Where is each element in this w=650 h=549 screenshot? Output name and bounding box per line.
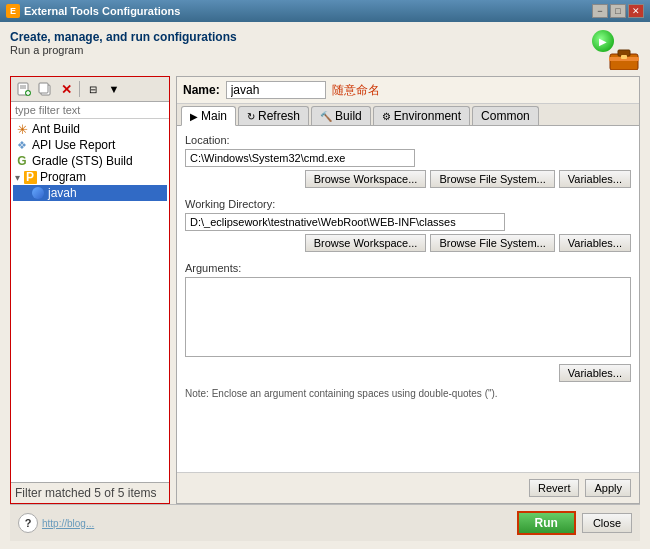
tab-environment[interactable]: ⚙ Environment (373, 106, 470, 125)
build-tab-icon: 🔨 (320, 111, 332, 122)
arguments-group: Arguments: Variables... Note: Enclose an… (185, 262, 631, 399)
location-input[interactable] (185, 149, 415, 167)
bottom-bar: ? http://blog... Run Close (10, 504, 640, 541)
dialog-heading: Create, manage, and run configurations (10, 30, 237, 44)
location-label: Location: (185, 134, 631, 146)
run-button[interactable]: Run (517, 511, 576, 535)
arguments-textarea[interactable] (185, 277, 631, 357)
right-panel: Name: 随意命名 ▶ Main ↻ Refresh 🔨 Build (176, 76, 640, 504)
svg-rect-3 (621, 55, 627, 59)
tree-item-label: javah (48, 186, 77, 200)
workdir-variables-button[interactable]: Variables... (559, 234, 631, 252)
working-dir-buttons: Browse Workspace... Browse File System..… (185, 234, 631, 252)
working-dir-group: Working Directory: Browse Workspace... B… (185, 198, 631, 252)
name-bar: Name: 随意命名 (177, 77, 639, 104)
location-row (185, 149, 631, 167)
workdir-browse-filesystem-button[interactable]: Browse File System... (430, 234, 554, 252)
new-config-button[interactable] (14, 79, 34, 99)
collapse-all-button[interactable]: ⊟ (83, 79, 103, 99)
environment-tab-icon: ⚙ (382, 111, 391, 122)
close-dialog-button[interactable]: Close (582, 513, 632, 533)
tree-item-label: Program (40, 170, 86, 184)
arguments-buttons: Variables... (185, 364, 631, 382)
working-dir-label: Working Directory: (185, 198, 631, 210)
args-variables-button[interactable]: Variables... (559, 364, 631, 382)
filter-button[interactable]: ▼ (104, 79, 124, 99)
tree-item-label: Gradle (STS) Build (32, 154, 133, 168)
tab-main[interactable]: ▶ Main (181, 106, 236, 126)
left-toolbar: ✕ ⊟ ▼ (11, 77, 169, 102)
main-tab-icon: ▶ (190, 111, 198, 122)
location-browse-workspace-button[interactable]: Browse Workspace... (305, 170, 427, 188)
bottom-right: Run Close (517, 511, 632, 535)
name-input[interactable] (226, 81, 326, 99)
tab-common[interactable]: Common (472, 106, 539, 125)
filter-input[interactable] (11, 102, 169, 119)
tree-container: ✳ Ant Build ❖ API Use Report G Gradle (S… (11, 119, 169, 482)
working-dir-row (185, 213, 631, 231)
api-icon: ❖ (15, 138, 29, 152)
tree-item-program[interactable]: ▾ P Program (13, 169, 167, 185)
location-buttons: Browse Workspace... Browse File System..… (185, 170, 631, 188)
delete-config-button[interactable]: ✕ (56, 79, 76, 99)
maximize-button[interactable]: □ (610, 4, 626, 18)
window-icon: E (6, 4, 20, 18)
minimize-button[interactable]: − (592, 4, 608, 18)
toolbox-icon (608, 44, 640, 70)
close-window-button[interactable]: ✕ (628, 4, 644, 18)
tab-label: Common (481, 109, 530, 123)
title-bar: E External Tools Configurations − □ ✕ (0, 0, 650, 22)
name-hint: 随意命名 (332, 82, 380, 99)
tree-item-label: Ant Build (32, 122, 80, 136)
window-title: External Tools Configurations (24, 5, 180, 17)
location-group: Location: Browse Workspace... Browse Fil… (185, 134, 631, 188)
javah-icon (31, 186, 45, 200)
tab-label: Environment (394, 109, 461, 123)
tab-content-main: Location: Browse Workspace... Browse Fil… (177, 126, 639, 472)
tree-item-javah[interactable]: javah (13, 185, 167, 201)
arguments-note: Note: Enclose an argument containing spa… (185, 388, 631, 399)
bottom-left: ? http://blog... (18, 513, 94, 533)
tab-label: Refresh (258, 109, 300, 123)
tab-label: Main (201, 109, 227, 123)
tab-refresh[interactable]: ↻ Refresh (238, 106, 309, 125)
refresh-tab-icon: ↻ (247, 111, 255, 122)
svg-rect-11 (39, 83, 48, 93)
program-icon: P (23, 170, 37, 184)
watermark-link[interactable]: http://blog... (42, 518, 94, 529)
working-dir-input[interactable] (185, 213, 505, 231)
name-label: Name: (183, 83, 220, 97)
tab-build[interactable]: 🔨 Build (311, 106, 371, 125)
arguments-label: Arguments: (185, 262, 631, 274)
tree-item-label: API Use Report (32, 138, 115, 152)
toolbar-separator (79, 81, 80, 97)
revert-button[interactable]: Revert (529, 479, 579, 497)
expand-icon: ▾ (15, 172, 20, 183)
gradle-icon: G (15, 154, 29, 168)
workdir-browse-workspace-button[interactable]: Browse Workspace... (305, 234, 427, 252)
dialog-subheading: Run a program (10, 44, 237, 56)
left-panel: ✕ ⊟ ▼ ✳ Ant Build ❖ API Use Report G Gra… (10, 76, 170, 504)
help-button[interactable]: ? (18, 513, 38, 533)
duplicate-config-button[interactable] (35, 79, 55, 99)
tree-item-gradle-build[interactable]: G Gradle (STS) Build (13, 153, 167, 169)
tabs-bar: ▶ Main ↻ Refresh 🔨 Build ⚙ Environment C… (177, 104, 639, 126)
tree-item-ant-build[interactable]: ✳ Ant Build (13, 121, 167, 137)
left-footer: Filter matched 5 of 5 items (11, 482, 169, 503)
apply-button[interactable]: Apply (585, 479, 631, 497)
location-browse-filesystem-button[interactable]: Browse File System... (430, 170, 554, 188)
location-variables-button[interactable]: Variables... (559, 170, 631, 188)
toolbox-area: ▶ (592, 30, 640, 70)
ant-icon: ✳ (15, 122, 29, 136)
tree-item-api-report[interactable]: ❖ API Use Report (13, 137, 167, 153)
svg-text:P: P (26, 171, 34, 184)
tab-label: Build (335, 109, 362, 123)
window-controls: − □ ✕ (592, 4, 644, 18)
right-panel-bottom-buttons: Revert Apply (177, 472, 639, 503)
